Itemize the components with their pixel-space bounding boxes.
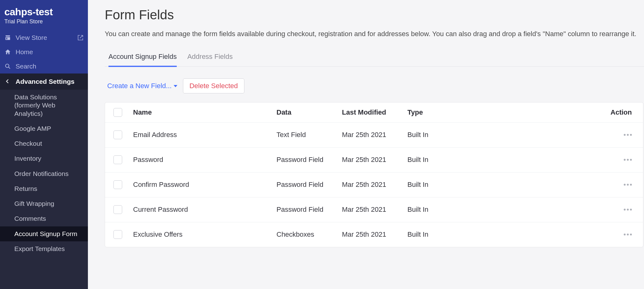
storefront-icon bbox=[4, 34, 11, 41]
delete-selected-button[interactable]: Delete Selected bbox=[183, 78, 244, 93]
nav-view-store[interactable]: View Store bbox=[0, 31, 88, 45]
main-content: Form Fields You can create and manage th… bbox=[88, 0, 644, 289]
dots-icon bbox=[624, 159, 626, 161]
row-checkbox[interactable] bbox=[113, 230, 122, 239]
cell-last-modified: Mar 25th 2021 bbox=[339, 181, 405, 189]
tabs: Account Signup Fields Address Fields bbox=[105, 50, 644, 67]
dots-icon bbox=[630, 159, 632, 161]
dots-icon bbox=[630, 184, 632, 186]
cell-name[interactable]: Exclusive Offers bbox=[131, 230, 274, 239]
dots-icon bbox=[624, 234, 626, 235]
cell-data: Text Field bbox=[274, 131, 339, 139]
sub-data-solutions[interactable]: Data Solutions (formerly Web Analytics) bbox=[0, 90, 88, 121]
dots-icon bbox=[624, 184, 626, 186]
cell-action bbox=[470, 184, 643, 186]
header-checkbox-cell bbox=[105, 108, 131, 117]
nav-label: Search bbox=[16, 63, 84, 70]
row-checkbox-cell bbox=[105, 180, 131, 189]
row-actions-menu[interactable] bbox=[624, 209, 632, 211]
cell-type: Built In bbox=[405, 206, 470, 214]
cell-data: Password Field bbox=[274, 206, 339, 214]
table-row: Exclusive OffersCheckboxesMar 25th 2021B… bbox=[105, 222, 643, 247]
brand-block: cahps-test Trial Plan Store bbox=[0, 0, 88, 31]
row-checkbox[interactable] bbox=[113, 130, 122, 139]
sub-gift-wrapping[interactable]: Gift Wrapping bbox=[0, 196, 88, 211]
row-actions-menu[interactable] bbox=[624, 134, 632, 136]
cell-action bbox=[470, 234, 643, 235]
cell-last-modified: Mar 25th 2021 bbox=[339, 206, 405, 214]
dots-icon bbox=[624, 209, 626, 211]
cell-name[interactable]: Current Password bbox=[131, 206, 274, 214]
sub-inventory[interactable]: Inventory bbox=[0, 151, 88, 166]
table-toolbar: Create a New Field... Delete Selected bbox=[105, 67, 644, 102]
header-data: Data bbox=[274, 108, 339, 116]
page-title: Form Fields bbox=[105, 7, 644, 22]
row-checkbox[interactable] bbox=[113, 180, 122, 189]
sub-account-signup-form[interactable]: Account Signup Form bbox=[0, 226, 88, 241]
row-checkbox[interactable] bbox=[113, 155, 122, 164]
row-checkbox[interactable] bbox=[113, 205, 122, 214]
open-external-icon bbox=[77, 35, 84, 41]
dots-icon bbox=[630, 209, 632, 211]
dots-icon bbox=[627, 234, 629, 235]
row-checkbox-cell bbox=[105, 230, 131, 239]
nav-search[interactable]: Search bbox=[0, 59, 88, 73]
cell-action bbox=[470, 209, 643, 211]
dots-icon bbox=[627, 209, 629, 211]
sub-google-amp[interactable]: Google AMP bbox=[0, 121, 88, 136]
header-type: Type bbox=[405, 108, 470, 116]
dots-icon bbox=[627, 134, 629, 136]
tab-account-signup-fields[interactable]: Account Signup Fields bbox=[108, 50, 177, 67]
cell-type: Built In bbox=[405, 230, 470, 239]
store-plan: Trial Plan Store bbox=[4, 18, 84, 25]
home-icon bbox=[4, 49, 11, 55]
sub-checkout[interactable]: Checkout bbox=[0, 136, 88, 151]
nav-primary: View Store Home Search bbox=[0, 31, 88, 73]
cell-action bbox=[470, 159, 643, 161]
cell-last-modified: Mar 25th 2021 bbox=[339, 230, 405, 239]
row-actions-menu[interactable] bbox=[624, 184, 632, 186]
dots-icon bbox=[630, 134, 632, 136]
cell-type: Built In bbox=[405, 156, 470, 164]
chevron-down-icon bbox=[174, 85, 177, 87]
search-icon bbox=[4, 63, 11, 70]
sidebar: cahps-test Trial Plan Store View Store H… bbox=[0, 0, 88, 289]
cell-data: Password Field bbox=[274, 181, 339, 189]
nav-secondary: Advanced Settings Data Solutions (former… bbox=[0, 73, 88, 289]
table-header-row: Name Data Last Modified Type Action bbox=[105, 102, 643, 122]
page-description: You can create and manage the form field… bbox=[105, 29, 641, 39]
sub-order-notifications[interactable]: Order Notifications bbox=[0, 166, 88, 181]
table-row: Current PasswordPassword FieldMar 25th 2… bbox=[105, 197, 643, 222]
cell-name[interactable]: Password bbox=[131, 156, 274, 164]
row-checkbox-cell bbox=[105, 205, 131, 214]
row-checkbox-cell bbox=[105, 130, 131, 139]
nav-home[interactable]: Home bbox=[0, 45, 88, 59]
sub-returns[interactable]: Returns bbox=[0, 181, 88, 196]
tab-address-fields[interactable]: Address Fields bbox=[187, 50, 233, 67]
cell-type: Built In bbox=[405, 181, 470, 189]
cell-name[interactable]: Email Address bbox=[131, 131, 274, 139]
header-action: Action bbox=[470, 108, 643, 116]
cell-last-modified: Mar 25th 2021 bbox=[339, 156, 405, 164]
nav-section-label: Advanced Settings bbox=[16, 78, 74, 85]
dots-icon bbox=[627, 159, 629, 161]
row-actions-menu[interactable] bbox=[624, 159, 632, 161]
select-all-checkbox[interactable] bbox=[113, 108, 122, 117]
table-row: Confirm PasswordPassword FieldMar 25th 2… bbox=[105, 172, 643, 197]
dots-icon bbox=[630, 234, 632, 235]
row-actions-menu[interactable] bbox=[624, 234, 632, 235]
create-new-field-button[interactable]: Create a New Field... bbox=[107, 82, 177, 90]
nav-section-advanced-settings[interactable]: Advanced Settings bbox=[0, 73, 88, 90]
sub-export-templates[interactable]: Export Templates bbox=[0, 241, 88, 256]
dots-icon bbox=[627, 184, 629, 186]
svg-point-0 bbox=[6, 64, 9, 68]
row-checkbox-cell bbox=[105, 155, 131, 164]
chevron-left-icon bbox=[4, 78, 11, 85]
dots-icon bbox=[624, 134, 626, 136]
cell-name[interactable]: Confirm Password bbox=[131, 181, 274, 189]
sub-comments[interactable]: Comments bbox=[0, 211, 88, 226]
fields-table: Name Data Last Modified Type Action Emai… bbox=[105, 102, 643, 247]
cell-data: Checkboxes bbox=[274, 230, 339, 239]
cell-action bbox=[470, 134, 643, 136]
table-row: PasswordPassword FieldMar 25th 2021Built… bbox=[105, 147, 643, 172]
